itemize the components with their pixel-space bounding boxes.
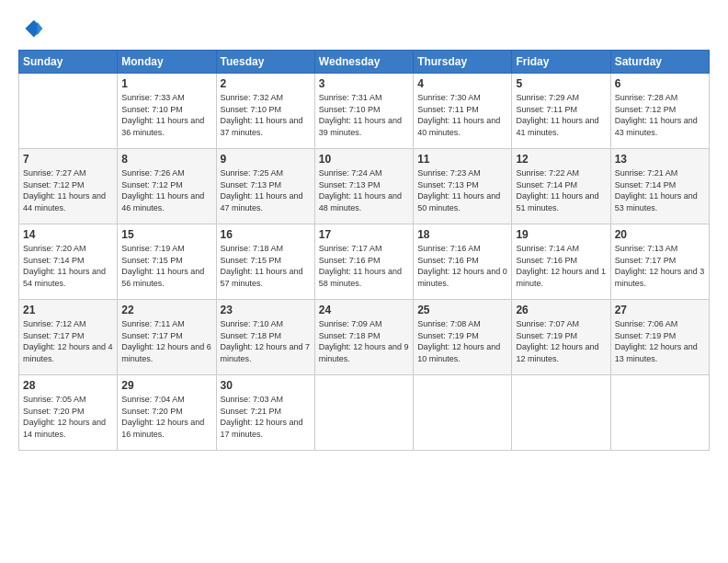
day-number: 20 (615, 228, 705, 241)
day-number: 9 (221, 153, 311, 166)
day-info: Sunrise: 7:09 AMSunset: 7:18 PMDaylight:… (319, 318, 409, 364)
weekday-header-tuesday: Tuesday (216, 51, 314, 74)
calendar-cell: 21Sunrise: 7:12 AMSunset: 7:17 PMDayligh… (19, 300, 118, 375)
day-number: 6 (615, 77, 705, 90)
day-info: Sunrise: 7:33 AMSunset: 7:10 PMDaylight:… (121, 92, 211, 138)
calendar-cell (610, 375, 709, 451)
page: SundayMondayTuesdayWednesdayThursdayFrid… (0, 0, 728, 563)
calendar-cell: 8Sunrise: 7:26 AMSunset: 7:12 PMDaylight… (118, 149, 216, 224)
calendar-cell (314, 375, 413, 451)
calendar-cell: 30Sunrise: 7:03 AMSunset: 7:21 PMDayligh… (216, 375, 314, 451)
calendar-cell: 3Sunrise: 7:31 AMSunset: 7:10 PMDaylight… (314, 74, 413, 149)
day-number: 24 (319, 304, 409, 316)
day-number: 3 (319, 77, 409, 90)
calendar-cell: 7Sunrise: 7:27 AMSunset: 7:12 PMDaylight… (19, 149, 118, 224)
day-info: Sunrise: 7:08 AMSunset: 7:19 PMDaylight:… (417, 318, 507, 364)
day-number: 25 (417, 304, 507, 316)
day-info: Sunrise: 7:30 AMSunset: 7:11 PMDaylight:… (417, 92, 507, 138)
day-info: Sunrise: 7:19 AMSunset: 7:15 PMDaylight:… (121, 243, 211, 289)
calendar-cell: 16Sunrise: 7:18 AMSunset: 7:15 PMDayligh… (216, 224, 314, 300)
calendar-cell: 11Sunrise: 7:23 AMSunset: 7:13 PMDayligh… (414, 149, 512, 224)
calendar-week-1: 1Sunrise: 7:33 AMSunset: 7:10 PMDaylight… (19, 74, 710, 149)
calendar-cell: 18Sunrise: 7:16 AMSunset: 7:16 PMDayligh… (414, 224, 512, 300)
weekday-header-saturday: Saturday (610, 51, 709, 74)
calendar-cell: 10Sunrise: 7:24 AMSunset: 7:13 PMDayligh… (314, 149, 413, 224)
calendar-cell: 4Sunrise: 7:30 AMSunset: 7:11 PMDaylight… (414, 74, 512, 149)
weekday-header-sunday: Sunday (19, 51, 118, 74)
day-number: 7 (23, 153, 113, 166)
day-info: Sunrise: 7:21 AMSunset: 7:14 PMDaylight:… (615, 167, 705, 213)
day-number: 4 (417, 77, 507, 90)
day-number: 10 (319, 153, 409, 166)
day-info: Sunrise: 7:18 AMSunset: 7:15 PMDaylight:… (221, 243, 311, 289)
calendar-cell: 29Sunrise: 7:04 AMSunset: 7:20 PMDayligh… (118, 375, 216, 451)
weekday-header-friday: Friday (512, 51, 610, 74)
day-number: 14 (23, 228, 113, 241)
calendar-cell: 20Sunrise: 7:13 AMSunset: 7:17 PMDayligh… (610, 224, 709, 300)
day-info: Sunrise: 7:28 AMSunset: 7:12 PMDaylight:… (615, 92, 705, 138)
day-number: 18 (417, 228, 507, 241)
calendar-cell: 28Sunrise: 7:05 AMSunset: 7:20 PMDayligh… (19, 375, 118, 451)
day-number: 23 (221, 304, 311, 316)
day-info: Sunrise: 7:24 AMSunset: 7:13 PMDaylight:… (319, 167, 409, 213)
calendar-cell: 5Sunrise: 7:29 AMSunset: 7:11 PMDaylight… (512, 74, 610, 149)
calendar-cell: 13Sunrise: 7:21 AMSunset: 7:14 PMDayligh… (610, 149, 709, 224)
header (18, 17, 710, 42)
day-info: Sunrise: 7:03 AMSunset: 7:21 PMDaylight:… (221, 394, 311, 440)
logo (18, 17, 46, 42)
calendar-week-5: 28Sunrise: 7:05 AMSunset: 7:20 PMDayligh… (19, 375, 710, 451)
day-number: 19 (516, 228, 606, 241)
calendar-cell: 1Sunrise: 7:33 AMSunset: 7:10 PMDaylight… (118, 74, 216, 149)
weekday-header-thursday: Thursday (414, 51, 512, 74)
day-number: 29 (121, 379, 211, 392)
calendar-week-2: 7Sunrise: 7:27 AMSunset: 7:12 PMDaylight… (19, 149, 710, 224)
day-number: 13 (615, 153, 705, 166)
day-number: 17 (319, 228, 409, 241)
calendar-cell: 17Sunrise: 7:17 AMSunset: 7:16 PMDayligh… (314, 224, 413, 300)
day-number: 22 (121, 304, 211, 316)
day-info: Sunrise: 7:13 AMSunset: 7:17 PMDaylight:… (615, 243, 705, 289)
day-number: 5 (516, 77, 606, 90)
calendar-cell: 14Sunrise: 7:20 AMSunset: 7:14 PMDayligh… (19, 224, 118, 300)
calendar-cell (512, 375, 610, 451)
day-number: 12 (516, 153, 606, 166)
day-info: Sunrise: 7:32 AMSunset: 7:10 PMDaylight:… (221, 92, 311, 138)
day-number: 30 (221, 379, 311, 392)
calendar-cell: 25Sunrise: 7:08 AMSunset: 7:19 PMDayligh… (414, 300, 512, 375)
day-number: 11 (417, 153, 507, 166)
day-info: Sunrise: 7:26 AMSunset: 7:12 PMDaylight:… (121, 167, 211, 213)
day-info: Sunrise: 7:10 AMSunset: 7:18 PMDaylight:… (221, 318, 311, 364)
weekday-header-row: SundayMondayTuesdayWednesdayThursdayFrid… (19, 51, 710, 74)
day-info: Sunrise: 7:06 AMSunset: 7:19 PMDaylight:… (615, 318, 705, 364)
day-info: Sunrise: 7:04 AMSunset: 7:20 PMDaylight:… (121, 394, 211, 440)
day-info: Sunrise: 7:12 AMSunset: 7:17 PMDaylight:… (23, 318, 113, 364)
day-info: Sunrise: 7:17 AMSunset: 7:16 PMDaylight:… (319, 243, 409, 289)
day-number: 28 (23, 379, 113, 392)
calendar-cell: 22Sunrise: 7:11 AMSunset: 7:17 PMDayligh… (118, 300, 216, 375)
calendar-cell: 9Sunrise: 7:25 AMSunset: 7:13 PMDaylight… (216, 149, 314, 224)
day-info: Sunrise: 7:31 AMSunset: 7:10 PMDaylight:… (319, 92, 409, 138)
svg-marker-1 (38, 22, 43, 36)
day-number: 26 (516, 304, 606, 316)
day-number: 15 (121, 228, 211, 241)
weekday-header-monday: Monday (118, 51, 216, 74)
day-info: Sunrise: 7:27 AMSunset: 7:12 PMDaylight:… (23, 167, 113, 213)
calendar-cell: 12Sunrise: 7:22 AMSunset: 7:14 PMDayligh… (512, 149, 610, 224)
day-info: Sunrise: 7:20 AMSunset: 7:14 PMDaylight:… (23, 243, 113, 289)
calendar-cell: 27Sunrise: 7:06 AMSunset: 7:19 PMDayligh… (610, 300, 709, 375)
calendar-cell: 2Sunrise: 7:32 AMSunset: 7:10 PMDaylight… (216, 74, 314, 149)
day-info: Sunrise: 7:22 AMSunset: 7:14 PMDaylight:… (516, 167, 606, 213)
calendar-week-3: 14Sunrise: 7:20 AMSunset: 7:14 PMDayligh… (19, 224, 710, 300)
weekday-header-wednesday: Wednesday (314, 51, 413, 74)
day-info: Sunrise: 7:11 AMSunset: 7:17 PMDaylight:… (121, 318, 211, 364)
day-number: 8 (121, 153, 211, 166)
day-info: Sunrise: 7:23 AMSunset: 7:13 PMDaylight:… (417, 167, 507, 213)
calendar-cell: 23Sunrise: 7:10 AMSunset: 7:18 PMDayligh… (216, 300, 314, 375)
calendar-cell (19, 74, 118, 149)
day-info: Sunrise: 7:07 AMSunset: 7:19 PMDaylight:… (516, 318, 606, 364)
day-number: 1 (121, 77, 211, 90)
logo-icon (18, 17, 44, 42)
day-info: Sunrise: 7:29 AMSunset: 7:11 PMDaylight:… (516, 92, 606, 138)
calendar-cell: 24Sunrise: 7:09 AMSunset: 7:18 PMDayligh… (314, 300, 413, 375)
day-info: Sunrise: 7:14 AMSunset: 7:16 PMDaylight:… (516, 243, 606, 289)
